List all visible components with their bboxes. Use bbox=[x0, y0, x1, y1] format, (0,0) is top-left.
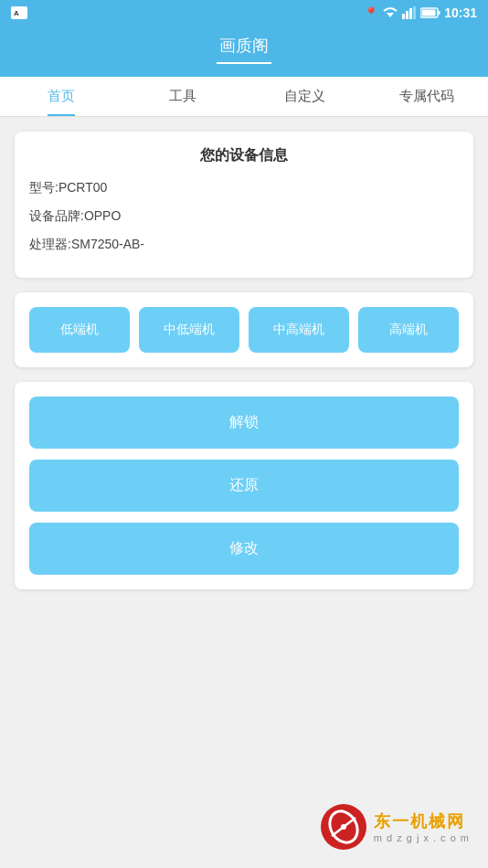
footer-text: 东一机械网 m d z g j x . c o m bbox=[374, 810, 470, 843]
modify-button[interactable]: 修改 bbox=[29, 523, 459, 575]
tab-tools[interactable]: 工具 bbox=[122, 77, 245, 116]
svg-point-13 bbox=[341, 824, 346, 830]
device-processor-row: 处理器:SM7250-AB- bbox=[29, 235, 459, 254]
footer-brand-label: 东一机械网 bbox=[374, 810, 470, 832]
svg-rect-5 bbox=[409, 8, 412, 19]
status-bar-right: 📍 10:31 bbox=[364, 5, 477, 20]
tier-high-button[interactable]: 高端机 bbox=[358, 307, 459, 353]
device-info-card: 您的设备信息 型号:PCRT00 设备品牌:OPPO 处理器:SM7250-AB… bbox=[15, 132, 473, 278]
app-title: 画质阁 bbox=[0, 35, 488, 57]
signal-icon bbox=[402, 6, 417, 19]
title-underline bbox=[217, 62, 271, 64]
tab-bar: 首页 工具 自定义 专属代码 bbox=[0, 77, 488, 117]
restore-button[interactable]: 还原 bbox=[29, 460, 459, 512]
svg-rect-8 bbox=[439, 11, 440, 15]
tier-mid-high-button[interactable]: 中高端机 bbox=[249, 307, 349, 353]
tab-custom[interactable]: 自定义 bbox=[244, 77, 366, 116]
status-bar: A 📍 10:31 bbox=[0, 0, 488, 26]
footer-sub-label: m d z g j x . c o m bbox=[374, 832, 470, 843]
tier-low-button[interactable]: 低端机 bbox=[29, 307, 130, 353]
battery-icon bbox=[420, 7, 440, 18]
footer-logo-icon bbox=[321, 804, 366, 850]
svg-rect-9 bbox=[422, 10, 436, 16]
main-content: 您的设备信息 型号:PCRT00 设备品牌:OPPO 处理器:SM7250-AB… bbox=[0, 117, 488, 604]
svg-rect-6 bbox=[413, 6, 416, 19]
svg-rect-4 bbox=[406, 11, 408, 19]
time-display: 10:31 bbox=[444, 5, 477, 20]
device-card-title: 您的设备信息 bbox=[29, 146, 459, 165]
wifi-icon bbox=[382, 6, 398, 19]
device-brand-row: 设备品牌:OPPO bbox=[29, 206, 459, 226]
unlock-button[interactable]: 解锁 bbox=[29, 397, 459, 449]
app-header: 画质阁 bbox=[0, 26, 488, 77]
action-buttons-container: 解锁 还原 修改 bbox=[15, 382, 473, 589]
svg-text:A: A bbox=[14, 9, 19, 17]
tier-buttons-container: 低端机 中低端机 中高端机 高端机 bbox=[15, 292, 473, 367]
location-icon: 📍 bbox=[364, 6, 378, 20]
svg-marker-2 bbox=[387, 13, 394, 17]
footer-watermark: 东一机械网 m d z g j x . c o m bbox=[321, 804, 470, 850]
tab-home[interactable]: 首页 bbox=[0, 77, 122, 116]
device-model-row: 型号:PCRT00 bbox=[29, 178, 459, 197]
svg-rect-3 bbox=[402, 14, 405, 19]
tier-mid-low-button[interactable]: 中低端机 bbox=[139, 307, 239, 353]
tab-exclusive[interactable]: 专属代码 bbox=[366, 77, 489, 116]
app-icon: A bbox=[11, 6, 27, 19]
